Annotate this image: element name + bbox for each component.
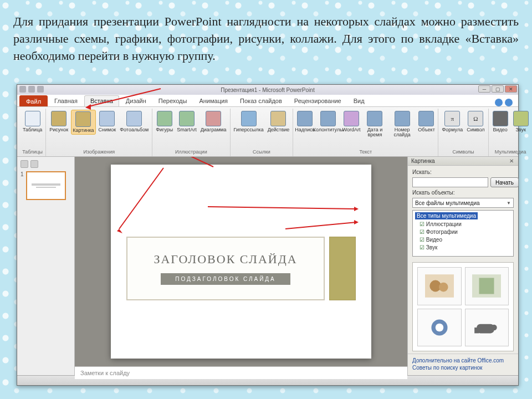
btn-symbol[interactable]: ΩСимвол xyxy=(466,110,485,134)
slide-canvas-area[interactable]: ЗАГОЛОВОК СЛАЙДА ПОДЗАГОЛОВОК СЛАЙДА xyxy=(75,157,407,366)
btn-audio[interactable]: Звук xyxy=(511,110,530,134)
outline-toggle-icon[interactable] xyxy=(21,160,28,168)
headerfooter-icon xyxy=(320,111,336,126)
search-button[interactable]: Начать xyxy=(490,177,519,187)
title-bar: Презентация1 - Microsoft PowerPoint ─ ▢ … xyxy=(17,85,518,95)
group-tables: Таблица Таблицы xyxy=(19,109,46,156)
tab-design[interactable]: Дизайн xyxy=(120,95,152,106)
btn-object[interactable]: Объект xyxy=(417,110,436,134)
qat-undo-icon[interactable] xyxy=(28,86,35,93)
qat-save-icon[interactable] xyxy=(19,86,26,93)
help-icon[interactable] xyxy=(505,99,513,106)
tab-transitions[interactable]: Переходы xyxy=(153,95,193,106)
group-images: Рисунок Картинка Снимок Фотоальбом Изобр… xyxy=(46,109,152,156)
svg-point-17 xyxy=(492,325,497,330)
btn-action[interactable]: Действие xyxy=(267,110,291,134)
tree-item-photos[interactable]: Фотографии xyxy=(420,228,511,236)
slide-panel: 1 xyxy=(17,157,75,375)
chart-icon xyxy=(206,111,221,126)
result-thumb[interactable] xyxy=(417,309,462,347)
tab-review[interactable]: Рецензирование xyxy=(289,95,347,106)
picture-icon xyxy=(51,111,66,126)
tab-animations[interactable]: Анимация xyxy=(193,95,233,106)
pane-title: Картинка xyxy=(411,158,435,164)
screenshot-icon xyxy=(99,111,115,126)
link-search-tips[interactable]: Советы по поиску картинок xyxy=(412,365,514,371)
wordart-icon xyxy=(344,111,359,126)
media-type-tree[interactable]: Все типы мультимедиа Иллюстрации Фотогра… xyxy=(412,210,514,257)
window-title: Презентация1 - Microsoft PowerPoint xyxy=(221,87,314,93)
btn-equation[interactable]: πФормула xyxy=(441,110,464,134)
slidenumber-icon xyxy=(395,111,410,126)
btn-shapes[interactable]: Фигуры xyxy=(155,110,174,134)
tree-item-illustrations[interactable]: Иллюстрации xyxy=(420,221,511,228)
tab-insert[interactable]: Вставка xyxy=(84,95,119,106)
hyperlink-icon xyxy=(241,111,257,126)
search-input[interactable] xyxy=(412,177,488,187)
btn-clipart[interactable]: Картинка xyxy=(71,110,95,135)
video-icon xyxy=(493,111,508,126)
btn-photoalbum[interactable]: Фотоальбом xyxy=(119,110,150,134)
slides-toggle-icon[interactable] xyxy=(30,160,38,168)
ribbon-tabs: Файл Главная Вставка Дизайн Переходы Ани… xyxy=(17,95,518,107)
btn-datetime[interactable]: Дата и время xyxy=(362,110,387,139)
smartart-icon xyxy=(179,111,195,126)
group-media: Видео Звук Мультимедиа xyxy=(489,109,532,156)
result-thumb[interactable] xyxy=(417,267,462,305)
photoalbum-icon xyxy=(126,111,142,126)
slide-title-text: ЗАГОЛОВОК СЛАЙДА xyxy=(154,252,297,267)
pane-close-icon[interactable]: ✕ xyxy=(508,158,515,165)
group-illustrations: Фигуры SmartArt Диаграмма Иллюстрации xyxy=(152,109,230,156)
pane-footer: Дополнительно на сайте Office.com Советы… xyxy=(408,354,518,375)
accent-shape[interactable] xyxy=(329,237,356,300)
result-thumb[interactable] xyxy=(465,309,509,347)
maximize-button[interactable]: ▢ xyxy=(492,85,504,93)
clipart-icon xyxy=(75,111,91,127)
pane-header: Картинка ✕ xyxy=(408,157,518,166)
tree-item-audio[interactable]: Звук xyxy=(420,244,511,252)
btn-smartart[interactable]: SmartArt xyxy=(176,110,198,134)
btn-screenshot[interactable]: Снимок xyxy=(98,110,117,134)
notes-pane[interactable]: Заметки к слайду xyxy=(75,366,407,379)
tab-file[interactable]: Файл xyxy=(19,95,48,106)
audio-icon xyxy=(513,111,529,126)
slide-number: 1 xyxy=(21,171,24,200)
svg-point-14 xyxy=(435,323,443,331)
minimize-button[interactable]: ─ xyxy=(478,85,490,93)
action-icon xyxy=(270,111,286,126)
powerpoint-window: Презентация1 - Microsoft PowerPoint ─ ▢ … xyxy=(17,84,519,386)
close-button[interactable]: ✕ xyxy=(505,85,517,93)
group-text: Надпись Колонтитулы WordArt Дата и время… xyxy=(293,109,438,156)
qat-redo-icon[interactable] xyxy=(37,86,44,93)
btn-slidenumber[interactable]: Номер слайда xyxy=(389,110,416,139)
quick-access-toolbar[interactable] xyxy=(19,86,44,93)
chevron-down-icon: ▼ xyxy=(507,201,511,206)
link-office-com[interactable]: Дополнительно на сайте Office.com xyxy=(412,357,514,364)
minimize-ribbon-icon[interactable] xyxy=(495,99,503,106)
btn-wordart[interactable]: WordArt xyxy=(342,110,361,134)
ribbon-insert: Таблица Таблицы Рисунок Картинка Снимок … xyxy=(17,107,518,157)
media-type-value: Все файлы мультимедиа xyxy=(415,200,480,206)
slide-canvas[interactable]: ЗАГОЛОВОК СЛАЙДА ПОДЗАГОЛОВОК СЛАЙДА xyxy=(111,165,371,359)
tree-root[interactable]: Все типы мультимедиа xyxy=(415,212,478,219)
tab-home[interactable]: Главная xyxy=(49,95,83,106)
tree-item-video[interactable]: Видео xyxy=(420,236,511,244)
btn-picture[interactable]: Рисунок xyxy=(48,110,69,134)
search-label: Искать: xyxy=(412,169,514,175)
title-placeholder[interactable]: ЗАГОЛОВОК СЛАЙДА ПОДЗАГОЛОВОК СЛАЙДА xyxy=(126,237,325,300)
media-type-combobox[interactable]: Все файлы мультимедиа ▼ xyxy=(412,198,514,208)
slide-thumbnail[interactable]: 1 xyxy=(21,171,71,200)
btn-video[interactable]: Видео xyxy=(491,110,510,134)
tab-slideshow[interactable]: Показ слайдов xyxy=(234,95,288,106)
btn-chart[interactable]: Диаграмма xyxy=(200,110,228,134)
group-symbols: πФормула ΩСимвол Символы xyxy=(438,109,488,156)
btn-textbox[interactable]: Надпись xyxy=(295,110,314,134)
btn-headerfooter[interactable]: Колонтитулы xyxy=(316,110,340,134)
symbol-icon: Ω xyxy=(468,111,483,126)
tab-view[interactable]: Вид xyxy=(348,95,370,106)
btn-hyperlink[interactable]: Гиперссылка xyxy=(233,110,265,134)
result-thumb[interactable] xyxy=(465,267,509,305)
btn-table[interactable]: Таблица xyxy=(22,110,43,134)
object-icon xyxy=(418,111,434,126)
table-icon xyxy=(25,111,40,126)
